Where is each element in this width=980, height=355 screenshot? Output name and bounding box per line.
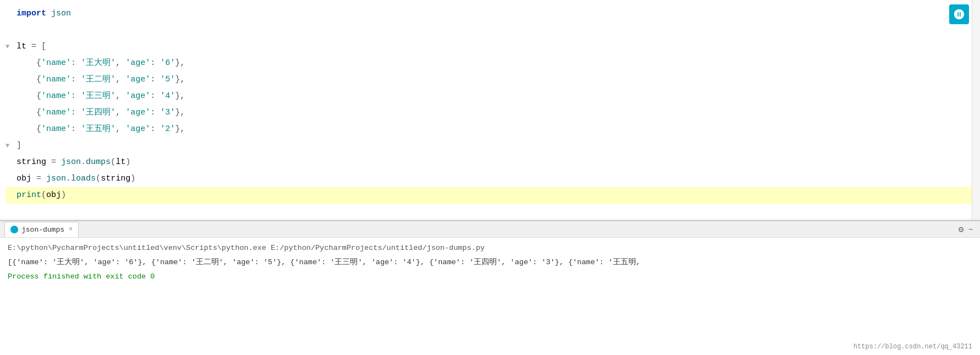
code-line-12: print(obj)	[6, 187, 980, 204]
code-editor: import json ▼ lt = [ {'name': '王大明', 'ag…	[0, 0, 980, 220]
fold-gutter-4	[6, 55, 17, 72]
line-text-9: ]	[17, 138, 21, 154]
minimize-button[interactable]: –	[968, 225, 973, 234]
settings-icon-button[interactable]	[949, 4, 969, 24]
settings-icon	[953, 8, 965, 20]
line-text-4: {'name': '王大明', 'age': '6'},	[17, 55, 185, 72]
fold-gutter-6	[6, 88, 17, 105]
code-line-4: {'name': '王大明', 'age': '6'},	[6, 55, 980, 72]
line-text-5: {'name': '王二明', 'age': '5'},	[17, 72, 185, 88]
fold-gutter-3[interactable]: ▼	[6, 39, 17, 55]
fold-gutter-9[interactable]: ▼	[6, 138, 17, 154]
code-line-7: {'name': '王四明', 'age': '3'},	[6, 105, 980, 121]
terminal-exit-line: Process finished with exit code 0	[8, 270, 972, 284]
code-line-6: {'name': '王三明', 'age': '4'},	[6, 88, 980, 105]
line-text-12: print(obj)	[17, 187, 66, 204]
fold-gutter-10	[6, 154, 17, 171]
code-line-1: import json	[6, 6, 980, 22]
fold-gutter-2	[6, 22, 17, 39]
code-line-9: ▼ ]	[6, 138, 980, 154]
run-icon	[10, 226, 18, 233]
line-text-3: lt = [	[17, 39, 46, 55]
code-content: import json ▼ lt = [ {'name': '王大明', 'ag…	[0, 0, 980, 209]
fold-gutter-7	[6, 105, 17, 121]
fold-gutter-12	[6, 187, 17, 204]
terminal-tab[interactable]: json-dumps ×	[4, 222, 79, 237]
line-text-1: import json	[17, 6, 71, 22]
code-line-11: obj = json.loads(string)	[6, 171, 980, 187]
terminal-output-line: [{'name': '王大明', 'age': '6'}, {'name': '…	[8, 255, 972, 270]
code-line-5: {'name': '王二明', 'age': '5'},	[6, 72, 980, 88]
terminal-area: json-dumps × ⚙ – E:\python\PycharmProjec…	[0, 220, 980, 355]
code-line-3: ▼ lt = [	[6, 39, 980, 55]
editor-scrollbar[interactable]	[972, 0, 980, 220]
fold-gutter-5	[6, 72, 17, 88]
line-text-10: string = json.dumps(lt)	[17, 154, 130, 171]
fold-gutter-11	[6, 171, 17, 187]
code-line-10: string = json.dumps(lt)	[6, 154, 980, 171]
terminal-tab-label: json-dumps	[21, 226, 64, 234]
line-text-11: obj = json.loads(string)	[17, 171, 135, 187]
code-line-8: {'name': '王五明', 'age': '2'},	[6, 121, 980, 138]
close-tab-button[interactable]: ×	[69, 226, 73, 233]
terminal-path-line: E:\python\PycharmProjects\untitled\venv\…	[8, 241, 972, 255]
terminal-url: https://blog.csdn.net/qq_43211	[853, 343, 972, 351]
line-text-8: {'name': '王五明', 'age': '2'},	[17, 121, 185, 138]
terminal-tab-bar: json-dumps × ⚙ –	[0, 221, 980, 238]
line-text-2	[17, 22, 21, 39]
terminal-tab-right: ⚙ –	[959, 224, 976, 235]
line-text-7: {'name': '王四明', 'age': '3'},	[17, 105, 185, 121]
terminal-content: E:\python\PycharmProjects\untitled\venv\…	[0, 238, 980, 353]
line-text-6: {'name': '王三明', 'age': '4'},	[17, 88, 185, 105]
fold-gutter-1	[6, 6, 17, 22]
gear-icon[interactable]: ⚙	[959, 224, 964, 235]
fold-gutter-8	[6, 121, 17, 138]
code-line-2	[6, 22, 980, 39]
